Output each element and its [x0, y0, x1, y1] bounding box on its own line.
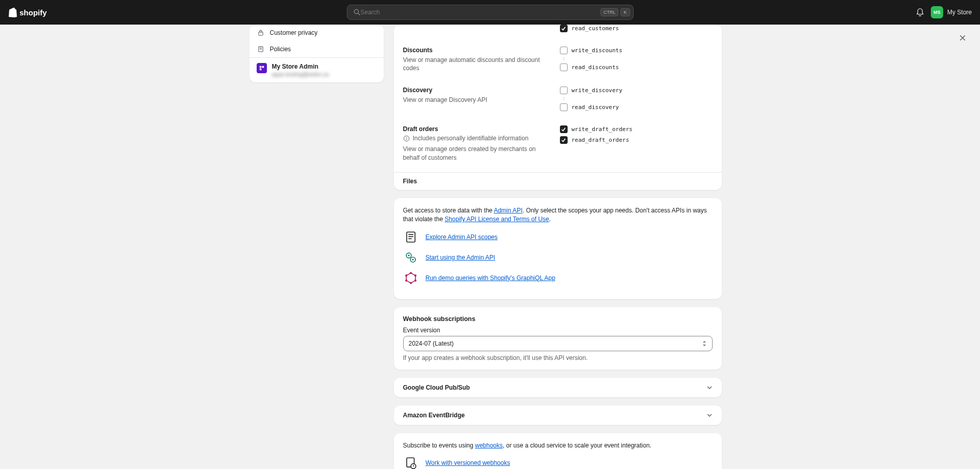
- checkbox-icon: [560, 87, 568, 94]
- logo-text: shopify: [19, 8, 47, 17]
- scope-desc: View or manage orders created by merchan…: [403, 145, 552, 161]
- search-shortcut: CTRL K: [600, 8, 630, 16]
- checkbox-icon: [560, 47, 568, 54]
- close-button[interactable]: [955, 31, 970, 45]
- scope-checkbox-write-discounts[interactable]: write_discounts: [560, 47, 713, 54]
- kbd-k: K: [620, 8, 630, 16]
- svg-point-11: [406, 137, 406, 137]
- connector-line: [564, 57, 713, 60]
- close-icon: [958, 34, 967, 42]
- sidebar-item-customer-privacy[interactable]: Customer privacy: [249, 25, 384, 41]
- scope-section-draft-orders: Draft orders Includes personally identif…: [403, 118, 713, 168]
- search-input[interactable]: [361, 9, 600, 16]
- event-version-select[interactable]: 2024-07 (Latest): [403, 336, 713, 351]
- select-value: 2024-07 (Latest): [409, 340, 454, 347]
- checkbox-icon: [560, 63, 568, 71]
- svg-marker-20: [406, 273, 415, 283]
- store-switcher[interactable]: MS My Store: [931, 6, 972, 18]
- svg-rect-8: [259, 69, 261, 71]
- checkbox-icon: [560, 103, 568, 111]
- scope-checkbox-read-discovery[interactable]: read_discovery: [560, 103, 713, 111]
- svg-point-19: [412, 259, 413, 260]
- sidebar-app-item[interactable]: My Store Admin apps-testing@webx.us: [249, 57, 384, 82]
- event-version-label: Event version: [403, 327, 713, 334]
- shopify-logo[interactable]: shopify: [8, 7, 47, 17]
- svg-point-26: [405, 274, 407, 276]
- svg-point-21: [409, 272, 411, 274]
- search-icon: [353, 9, 361, 16]
- store-avatar: MS: [931, 6, 943, 18]
- search-bar[interactable]: CTRL K: [347, 5, 634, 20]
- scope-checkbox-read-draft-orders[interactable]: read_draft_orders: [560, 136, 713, 144]
- link-row-versioned-webhooks: Work with versioned webhooks: [403, 455, 713, 469]
- scope-title: Discovery: [403, 87, 552, 94]
- scope-title: Draft orders: [403, 125, 552, 133]
- sidebar-item-label: Policies: [270, 46, 291, 53]
- lock-icon: [257, 29, 265, 37]
- scope-label: write_draft_orders: [572, 126, 633, 133]
- webhook-title: Webhook subscriptions: [403, 315, 713, 323]
- svg-point-24: [409, 282, 411, 284]
- accordion-amazon-eventbridge[interactable]: Amazon EventBridge: [394, 406, 722, 425]
- checkbox-icon: [560, 25, 568, 32]
- store-name: My Store: [947, 9, 972, 16]
- scope-section-discounts: Discounts View or manage automatic disco…: [403, 39, 713, 79]
- scope-checkbox-write-discovery[interactable]: write_discovery: [560, 87, 713, 94]
- link-row-graphiql: Run demo queries with Shopify's GraphiQL…: [403, 270, 713, 286]
- svg-point-23: [414, 279, 416, 281]
- document-icon: [257, 45, 265, 53]
- scope-label: read_customers: [572, 25, 619, 32]
- webhooks-link[interactable]: webhooks: [475, 442, 503, 449]
- explore-scopes-link[interactable]: Explore Admin API scopes: [426, 233, 498, 241]
- sidebar-item-policies[interactable]: Policies: [249, 41, 384, 57]
- webhook-helper: If your app creates a webhook subscripti…: [403, 354, 713, 361]
- notifications-icon[interactable]: [915, 8, 925, 17]
- connector-line: [564, 97, 713, 100]
- graphiql-link[interactable]: Run demo queries with Shopify's GraphiQL…: [426, 274, 555, 282]
- svg-rect-7: [262, 66, 264, 68]
- scope-section-files: Files: [394, 172, 722, 190]
- subscribe-text: Subscribe to events using webhooks, or u…: [403, 441, 713, 450]
- app-email: apps-testing@webx.us: [272, 71, 329, 77]
- accordion-label: Amazon EventBridge: [403, 412, 465, 419]
- svg-point-0: [354, 9, 358, 13]
- scope-desc: View or manage automatic discounts and d…: [403, 56, 552, 72]
- subscribe-info-card: Subscribe to events using webhooks, or u…: [394, 433, 722, 469]
- versioned-webhooks-link[interactable]: Work with versioned webhooks: [426, 459, 510, 466]
- app-icon: [257, 63, 267, 73]
- link-row-start-admin-api: Start using the Admin API: [403, 250, 713, 265]
- info-icon: [403, 135, 410, 142]
- svg-rect-6: [259, 66, 261, 68]
- scope-label: read_discounts: [572, 64, 619, 71]
- admin-api-info-card: Get access to store data with the Admin …: [394, 198, 722, 299]
- svg-rect-2: [258, 32, 262, 35]
- gears-icon: [403, 250, 419, 265]
- document-list-icon: [403, 229, 419, 245]
- scope-label: read_draft_orders: [572, 137, 630, 143]
- settings-sidebar: Customer privacy Policies My Store Admin…: [249, 25, 384, 82]
- document-clock-icon: [403, 455, 419, 469]
- chevron-down-icon: [706, 412, 713, 418]
- start-admin-api-link[interactable]: Start using the Admin API: [426, 254, 495, 261]
- scope-label: write_discovery: [572, 87, 622, 94]
- link-row-explore-scopes: Explore Admin API scopes: [403, 229, 713, 245]
- svg-point-25: [405, 279, 407, 281]
- license-link[interactable]: Shopify API License and Terms of Use: [445, 216, 549, 223]
- sidebar-item-label: Customer privacy: [270, 29, 318, 36]
- graphql-icon: [403, 270, 419, 286]
- chevron-down-icon: [706, 385, 713, 391]
- admin-api-link[interactable]: Admin API: [494, 207, 523, 214]
- svg-line-1: [358, 13, 360, 15]
- scope-checkbox-read-customers[interactable]: read_customers: [560, 25, 713, 32]
- scope-checkbox-read-discounts[interactable]: read_discounts: [560, 63, 713, 71]
- select-arrows-icon: [702, 340, 707, 347]
- svg-point-18: [408, 254, 409, 256]
- pii-notice: Includes personally identifiable informa…: [403, 135, 552, 142]
- accordion-label: Google Cloud Pub/Sub: [403, 384, 470, 391]
- checkbox-icon: [560, 125, 568, 133]
- accordion-google-pubsub[interactable]: Google Cloud Pub/Sub: [394, 378, 722, 397]
- scope-section-discovery: Discovery View or manage Discovery API w…: [403, 79, 713, 118]
- scope-checkbox-write-draft-orders[interactable]: write_draft_orders: [560, 125, 713, 133]
- scope-label: read_discovery: [572, 104, 619, 111]
- scope-desc: View or manage Discovery API: [403, 96, 552, 104]
